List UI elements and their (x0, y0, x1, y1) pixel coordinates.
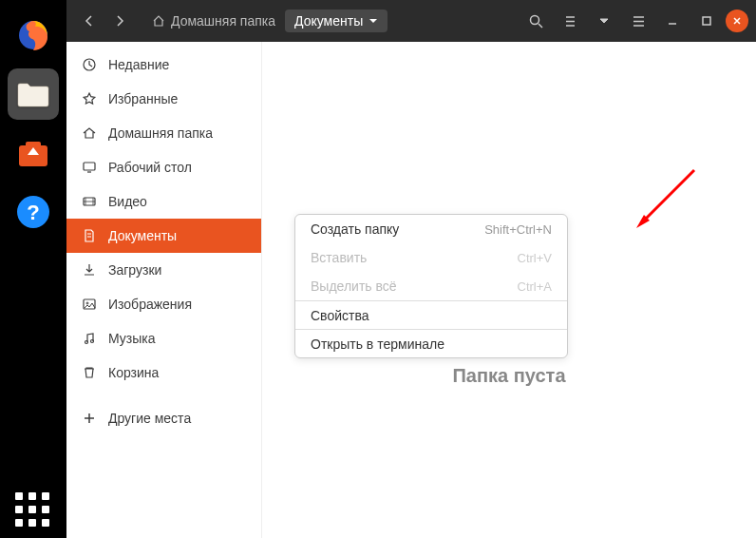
menu-item-label: Создать папку (311, 221, 399, 237)
context-menu: Создать папку Shift+Ctrl+N Вставить Ctrl… (294, 214, 568, 358)
folder-icon (13, 74, 53, 114)
software-store-icon (14, 134, 52, 172)
svg-rect-6 (703, 17, 710, 25)
show-applications-button[interactable] (15, 492, 49, 527)
image-icon (82, 297, 97, 312)
menu-item-shortcut: Ctrl+V (518, 251, 552, 265)
svg-rect-2 (26, 142, 41, 147)
sidebar-item-other-locations[interactable]: Другие места (66, 401, 261, 435)
sidebar-item-label: Документы (108, 228, 177, 243)
sidebar-item-label: Домашняя папка (108, 125, 213, 141)
home-icon (82, 125, 97, 141)
breadcrumb-home[interactable]: Домашняя папка (142, 10, 285, 32)
file-manager-window: Домашняя папка Документы (66, 0, 756, 538)
nav-forward-button[interactable] (106, 8, 133, 34)
view-list-button[interactable] (557, 8, 583, 34)
dock: ? (0, 0, 66, 538)
dock-item-software[interactable] (8, 127, 59, 179)
search-icon (529, 14, 543, 29)
sidebar-item-label: Корзина (108, 365, 159, 380)
nav-back-button[interactable] (76, 8, 103, 34)
sidebar-item-downloads[interactable]: Загрузки (66, 253, 261, 287)
menu-item-properties[interactable]: Свойства (295, 300, 567, 329)
sidebar-item-desktop[interactable]: Рабочий стол (66, 150, 261, 184)
chevron-down-icon (369, 16, 378, 26)
chevron-down-icon (599, 16, 609, 26)
sidebar-item-label: Рабочий стол (108, 160, 192, 175)
empty-folder-label: Папка пуста (262, 365, 756, 387)
breadcrumb-home-label: Домашняя папка (171, 13, 275, 29)
sidebar-item-documents[interactable]: Документы (66, 219, 261, 253)
download-icon (82, 262, 97, 278)
sidebar: Недавние Избранные Домашняя папка Рабочи… (66, 42, 261, 538)
maximize-button[interactable] (693, 8, 720, 34)
svg-text:?: ? (27, 201, 39, 224)
dock-item-firefox[interactable] (8, 10, 59, 61)
svg-line-14 (642, 170, 694, 222)
close-button[interactable] (726, 10, 748, 32)
firefox-icon (14, 16, 52, 54)
svg-point-5 (530, 15, 539, 24)
sidebar-item-label: Загрузки (108, 262, 161, 278)
sidebar-item-music[interactable]: Музыка (66, 321, 261, 355)
home-icon (152, 14, 165, 28)
folder-content-area[interactable]: Создать папку Shift+Ctrl+N Вставить Ctrl… (261, 42, 756, 538)
menu-item-label: Свойства (311, 308, 369, 323)
trash-icon (82, 365, 97, 380)
dock-item-help[interactable]: ? (8, 186, 59, 238)
sidebar-item-trash[interactable]: Корзина (66, 355, 261, 390)
menu-item-label: Вставить (311, 250, 367, 265)
dock-item-files[interactable] (8, 68, 59, 120)
sidebar-item-recent[interactable]: Недавние (66, 48, 261, 82)
maximize-icon (701, 15, 712, 27)
breadcrumb-current-label: Документы (294, 13, 363, 29)
annotation-arrow (633, 165, 699, 232)
sidebar-item-label: Недавние (108, 57, 169, 72)
menu-item-label: Выделить всё (311, 279, 397, 294)
hamburger-menu-button[interactable] (625, 8, 652, 34)
sidebar-item-videos[interactable]: Видео (66, 184, 261, 219)
view-dropdown-button[interactable] (591, 8, 617, 34)
list-icon (563, 14, 577, 29)
search-button[interactable] (522, 8, 549, 34)
breadcrumb-current[interactable]: Документы (285, 10, 387, 32)
menu-item-select-all: Выделить всё Ctrl+A (295, 272, 567, 300)
menu-item-paste: Вставить Ctrl+V (295, 243, 567, 272)
minimize-button[interactable] (659, 8, 686, 34)
menu-icon (632, 14, 646, 29)
menu-item-shortcut: Ctrl+A (518, 279, 552, 294)
sidebar-item-label: Изображения (108, 297, 192, 312)
svg-point-11 (86, 302, 88, 304)
close-icon (732, 16, 742, 26)
menu-item-open-terminal[interactable]: Открыть в терминале (295, 329, 567, 357)
star-icon (82, 91, 97, 106)
desktop-icon (82, 160, 97, 175)
document-icon (82, 228, 97, 243)
sidebar-item-label: Другие места (108, 411, 191, 426)
menu-item-new-folder[interactable]: Создать папку Shift+Ctrl+N (295, 215, 567, 243)
titlebar: Домашняя папка Документы (66, 0, 756, 42)
minimize-icon (667, 15, 678, 27)
menu-item-label: Открыть в терминале (311, 336, 444, 352)
help-icon: ? (14, 193, 52, 231)
svg-point-13 (91, 340, 94, 343)
menu-item-shortcut: Shift+Ctrl+N (484, 222, 552, 237)
sidebar-item-label: Музыка (108, 331, 156, 346)
svg-point-12 (85, 341, 88, 344)
sidebar-item-home[interactable]: Домашняя папка (66, 116, 261, 150)
breadcrumb: Домашняя папка Документы (142, 10, 387, 32)
music-icon (82, 331, 97, 346)
plus-icon (82, 411, 97, 426)
video-icon (82, 194, 97, 209)
sidebar-item-label: Избранные (108, 91, 178, 106)
sidebar-item-label: Видео (108, 194, 147, 209)
sidebar-item-starred[interactable]: Избранные (66, 82, 261, 116)
sidebar-item-pictures[interactable]: Изображения (66, 287, 261, 321)
clock-icon (82, 57, 97, 72)
svg-rect-8 (84, 163, 95, 170)
svg-marker-15 (636, 215, 650, 228)
